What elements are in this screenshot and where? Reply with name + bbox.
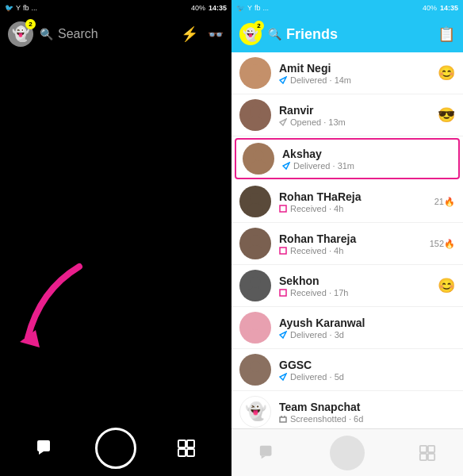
svg-rect-46 xyxy=(428,453,434,459)
svg-rect-45 xyxy=(420,453,427,459)
right-avatar-badge[interactable]: 👻 2 xyxy=(239,23,262,45)
svg-marker-42 xyxy=(262,455,266,459)
left-avatar-badge[interactable]: 👻 2 xyxy=(8,21,33,47)
right-bottom-bar xyxy=(232,428,463,476)
friend-avatar xyxy=(239,270,271,301)
svg-point-24 xyxy=(247,287,263,297)
friend-info: Rohan Thareja Received · 4h xyxy=(279,232,422,255)
svg-rect-2 xyxy=(37,440,50,451)
right-fb-icon: fb xyxy=(254,4,261,12)
spectacles-icon[interactable]: 👓 xyxy=(208,27,224,42)
svg-point-26 xyxy=(250,319,261,330)
friend-emoji: 😊 xyxy=(438,64,455,82)
list-item[interactable]: Ranvir Opened · 13m😎 xyxy=(232,94,463,136)
left-bottom-bar xyxy=(0,420,232,476)
left-status-bar: 🐦 Y fb ... 40% 14:35 xyxy=(0,0,232,16)
friend-emoji: 😊 xyxy=(438,277,455,294)
friend-avatar xyxy=(239,99,271,131)
svg-marker-28 xyxy=(280,332,286,338)
left-notification-badge: 2 xyxy=(25,19,36,29)
list-item[interactable]: 👻Team Snapchat Screenshotted · 6d xyxy=(232,391,463,428)
svg-point-17 xyxy=(250,193,261,204)
svg-rect-43 xyxy=(420,445,427,451)
friend-name: Team Snapchat xyxy=(279,401,455,413)
left-search-bar[interactable]: 🔍 Search xyxy=(40,27,174,41)
friend-streak: 21🔥 xyxy=(434,197,455,207)
friend-avatar xyxy=(239,312,271,344)
friend-status: Delivered · 3d xyxy=(279,330,455,340)
friend-avatar xyxy=(243,143,274,175)
list-item[interactable]: Ayush Karanwal Delivered · 3d xyxy=(232,307,463,349)
list-item[interactable]: Akshay Delivered · 31m xyxy=(235,138,460,179)
friend-status: Received · 17h xyxy=(279,288,430,298)
svg-marker-3 xyxy=(39,451,44,455)
svg-marker-10 xyxy=(280,77,286,83)
svg-point-20 xyxy=(250,235,261,246)
svg-point-27 xyxy=(247,329,263,339)
camera-viewfinder xyxy=(0,52,232,420)
right-camera-placeholder xyxy=(330,436,365,470)
right-title-area: 🔍 Friends xyxy=(268,26,431,43)
right-panel: 🐦 Y fb ... 40% 14:35 👻 2 🔍 Friends 📋 Ami… xyxy=(232,0,463,476)
friend-name: Sekhon xyxy=(279,274,430,287)
svg-rect-22 xyxy=(280,248,286,254)
friend-status: Delivered · 31m xyxy=(282,161,452,171)
add-friends-icon[interactable]: 📋 xyxy=(438,25,455,43)
svg-point-30 xyxy=(247,371,263,381)
right-chat-tab[interactable] xyxy=(258,444,276,462)
right-stories-tab[interactable] xyxy=(419,444,436,462)
right-battery: 40% xyxy=(423,4,437,12)
right-search-icon: 🔍 xyxy=(268,28,281,40)
friend-avatar xyxy=(239,186,271,217)
friends-title: Friends xyxy=(286,26,338,43)
friend-name: Ayush Karanwal xyxy=(279,317,455,329)
search-icon: 🔍 xyxy=(40,28,53,40)
friend-status: Delivered · 5d xyxy=(279,372,455,382)
stories-tab[interactable] xyxy=(177,439,196,458)
fb-icon: fb xyxy=(23,4,29,12)
svg-rect-44 xyxy=(428,445,434,451)
svg-point-9 xyxy=(247,75,263,84)
svg-point-29 xyxy=(250,361,261,372)
friend-info: Akshay Delivered · 31m xyxy=(282,148,452,171)
svg-rect-4 xyxy=(178,440,186,447)
friend-name: Ranvir xyxy=(279,104,430,117)
svg-rect-5 xyxy=(187,440,194,447)
svg-point-14 xyxy=(253,150,264,161)
chat-tab[interactable] xyxy=(36,439,55,458)
y-icon: Y xyxy=(16,4,21,12)
friend-avatar xyxy=(239,228,271,259)
right-status-icons: 🐦 Y fb ... xyxy=(236,4,269,12)
friend-emoji: 😎 xyxy=(438,106,455,124)
friend-info: Team Snapchat Screenshotted · 6d xyxy=(279,401,455,424)
list-item[interactable]: Amit Negi Delivered · 14m😊 xyxy=(232,52,463,94)
friend-info: Amit Negi Delivered · 14m xyxy=(279,62,430,85)
svg-point-12 xyxy=(247,117,263,126)
friends-list: Amit Negi Delivered · 14m😊Ranvir Opened … xyxy=(232,52,463,428)
right-more-icon: ... xyxy=(263,4,270,12)
right-twitter-icon: 🐦 xyxy=(236,4,245,12)
left-panel: 🐦 Y fb ... 40% 14:35 👻 2 🔍 Search ⚡ 👓 xyxy=(0,0,232,476)
svg-marker-31 xyxy=(280,374,286,380)
list-item[interactable]: Rohan Thareja Received · 4h152🔥 xyxy=(232,223,463,265)
friend-info: GGSC Delivered · 5d xyxy=(279,359,455,382)
list-item[interactable]: Sekhon Received · 17h😊 xyxy=(232,265,463,307)
friend-name: Rohan THaReja xyxy=(279,190,427,203)
friend-info: Ayush Karanwal Delivered · 3d xyxy=(279,317,455,340)
svg-marker-13 xyxy=(280,119,286,125)
left-header-icons: ⚡ 👓 xyxy=(181,25,224,43)
svg-rect-19 xyxy=(280,205,286,212)
list-item[interactable]: GGSC Delivered · 5d xyxy=(232,349,463,391)
capture-button[interactable] xyxy=(95,428,136,469)
friend-avatar: 👻 xyxy=(239,396,271,428)
svg-rect-25 xyxy=(280,290,286,296)
more-icon: ... xyxy=(32,4,38,12)
list-item[interactable]: Rohan THaReja Received · 4h21🔥 xyxy=(232,181,463,223)
friend-name: Rohan Thareja xyxy=(279,232,422,245)
left-time: 14:35 xyxy=(209,4,227,12)
left-status-icons: 🐦 Y fb ... xyxy=(5,4,37,12)
friend-status: Opened · 13m xyxy=(279,117,430,127)
friend-info: Sekhon Received · 17h xyxy=(279,274,430,298)
svg-point-15 xyxy=(251,160,266,170)
bolt-icon[interactable]: ⚡ xyxy=(181,25,198,43)
